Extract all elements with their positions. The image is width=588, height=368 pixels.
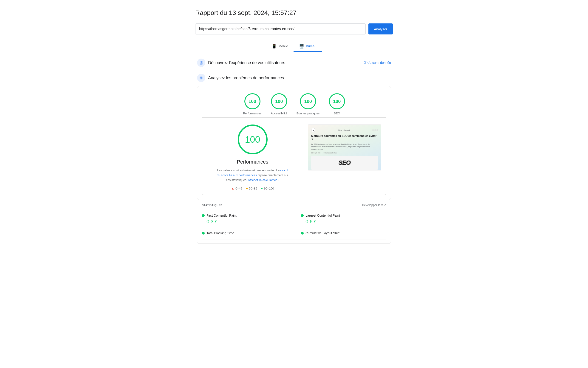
legend-ok-icon: ■ [246, 186, 248, 190]
user-experience-title: Découvrez l'expérience de vos utilisateu… [208, 60, 285, 65]
preview-nav-contact: Contact [343, 129, 350, 131]
stats-grid: First Contentful Paint 0,3 s Largest Con… [202, 211, 386, 240]
legend-bad-label: 0–49 [235, 187, 242, 190]
svg-point-2 [202, 61, 203, 63]
stat-fcp-name: First Contentful Paint [206, 214, 237, 217]
perf-right: φ Blog Contact [308, 125, 381, 195]
report-title: Rapport du 13 sept. 2024, 15:57:27 [195, 9, 393, 17]
score-accessibilite: 100 Accessibilité [271, 93, 287, 115]
score-bonnes-pratiques: 100 Bonnes pratiques [296, 93, 320, 115]
stat-tbt: Total Blocking Time [202, 228, 294, 240]
performance-icon [197, 74, 205, 82]
stat-cls: Cumulative Layout Shift [294, 228, 386, 240]
stat-cls-dot [301, 232, 304, 235]
preview-nav-blog: Blog [338, 129, 341, 131]
control-dot-2 [374, 129, 376, 131]
svg-point-3 [202, 63, 203, 64]
stat-fcp-value: 0,3 s [206, 219, 287, 225]
analyze-button[interactable]: Analyser [368, 23, 393, 35]
user-experience-icon [197, 59, 205, 67]
stat-cls-name: Cumulative Layout Shift [305, 231, 340, 235]
perf-description: Les valeurs sont estimées et peuvent var… [216, 168, 289, 182]
preview-text: Le SEO est essentiel pour améliorer la v… [311, 143, 378, 151]
preview-meta: 13 Sept. 2024 • 4 minutes de lecture [311, 152, 378, 154]
user-experience-section: Découvrez l'expérience de vos utilisateu… [195, 59, 393, 67]
stat-lcp-name: Largest Contentful Paint [305, 214, 340, 217]
legend-ok-label: 50–89 [249, 187, 257, 190]
legend-good-label: 90–100 [264, 187, 274, 190]
stat-tbt-dot [202, 232, 205, 235]
perf-divider-v [303, 125, 303, 190]
legend-ok: ■ 50–89 [246, 186, 257, 190]
big-perf-title: Performances [237, 159, 268, 165]
big-score-value: 100 [245, 134, 260, 145]
legend-bad: ▲ 0–49 [231, 186, 242, 190]
preview-nav: φ Blog Contact [311, 128, 378, 132]
preview-nav-links: Blog Contact [338, 129, 350, 131]
page-container: Rapport du 13 sept. 2024, 15:57:27 Analy… [191, 0, 397, 258]
stat-lcp-value: 0,6 s [305, 219, 386, 225]
performance-header: Analysez les problèmes de performances [197, 74, 391, 82]
preview-seo-text: SEO [339, 159, 350, 166]
preview-content: φ Blog Contact [308, 125, 381, 170]
mobile-icon: 📱 [272, 44, 277, 49]
bureau-icon: 🖥️ [299, 44, 304, 49]
tab-mobile-label: Mobile [279, 44, 288, 48]
score-label-bonnes-pratiques: Bonnes pratiques [296, 112, 320, 115]
score-circle-accessibilite: 100 [271, 93, 287, 109]
preview-heading: 5 erreurs courantes en SEO et comment le… [311, 134, 378, 141]
url-input[interactable] [195, 23, 366, 35]
url-bar-row: Analyser [195, 23, 393, 35]
no-data-link[interactable]: ⓘ Aucune donnée [364, 60, 391, 65]
no-data-label: Aucune donnée [368, 61, 391, 64]
score-value-seo: 100 [333, 99, 341, 104]
score-value-bonnes-pratiques: 100 [304, 99, 312, 104]
control-dot-1 [372, 129, 374, 131]
perf-desc-link2[interactable]: Affichez la calculatrice [248, 178, 277, 182]
info-icon: ⓘ [364, 60, 368, 65]
stats-header-row: STATISTIQUES Développer la vue [202, 203, 386, 207]
scores-card: 100 Performances 100 Accessibilité 100 [197, 86, 391, 200]
score-value-accessibilite: 100 [275, 99, 283, 104]
stat-tbt-header: Total Blocking Time [202, 231, 287, 235]
legend-good-icon: ● [261, 186, 263, 190]
page-preview: φ Blog Contact [308, 125, 381, 170]
tab-bureau[interactable]: 🖥️ Bureau [294, 41, 322, 52]
perf-desc-end: . [278, 178, 279, 182]
main-perf-area: 100 Performances Les valeurs sont estimé… [202, 118, 386, 195]
tab-mobile[interactable]: 📱 Mobile [266, 41, 294, 52]
stats-label: STATISTIQUES [202, 204, 222, 206]
stat-lcp-dot [301, 214, 304, 217]
user-experience-header: Découvrez l'expérience de vos utilisateu… [197, 59, 391, 67]
stat-lcp-header: Largest Contentful Paint [301, 214, 386, 217]
svg-point-6 [201, 77, 202, 78]
performance-section: Analysez les problèmes de performances 1… [195, 74, 393, 244]
legend-bad-icon: ▲ [231, 186, 234, 190]
big-score-circle: 100 [238, 125, 267, 154]
tabs-row: 📱 Mobile 🖥️ Bureau [195, 41, 393, 52]
stat-fcp: First Contentful Paint 0,3 s [202, 211, 294, 228]
preview-logo: φ [311, 128, 315, 132]
performance-section-title: Analysez les problèmes de performances [208, 76, 284, 80]
stats-section: STATISTIQUES Développer la vue First Con… [197, 200, 391, 244]
score-performances: 100 Performances [243, 93, 262, 115]
score-legend: ▲ 0–49 ■ 50–89 ● 90–100 [231, 186, 274, 190]
perf-desc-start: Les valeurs sont estimées et peuvent var… [217, 169, 280, 172]
expand-link[interactable]: Développer la vue [362, 203, 386, 207]
stat-tbt-name: Total Blocking Time [206, 231, 234, 235]
stat-lcp: Largest Contentful Paint 0,6 s [294, 211, 386, 228]
score-circle-seo: 100 [329, 93, 345, 109]
legend-good: ● 90–100 [261, 186, 274, 190]
tab-bureau-label: Bureau [306, 44, 316, 48]
score-label-performances: Performances [243, 112, 262, 115]
score-circle-performances: 100 [244, 93, 260, 109]
preview-controls [372, 129, 378, 131]
control-dot-3 [377, 129, 378, 131]
stat-fcp-header: First Contentful Paint [202, 214, 287, 217]
perf-left: 100 Performances Les valeurs sont estimé… [207, 125, 298, 195]
score-value-performances: 100 [248, 99, 256, 104]
score-seo: 100 SEO [329, 93, 345, 115]
scores-row: 100 Performances 100 Accessibilité 100 [202, 93, 386, 115]
score-circle-bonnes-pratiques: 100 [300, 93, 316, 109]
score-label-seo: SEO [334, 112, 340, 115]
